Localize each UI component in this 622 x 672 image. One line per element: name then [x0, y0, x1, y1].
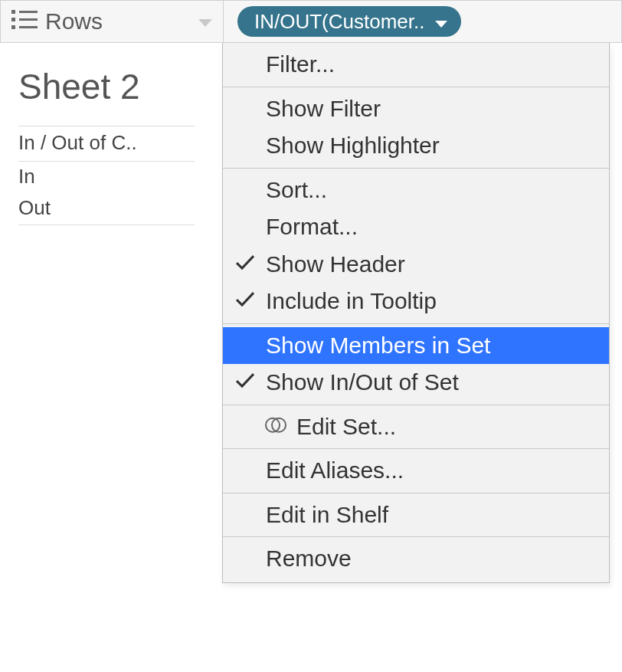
- svg-rect-4: [19, 18, 38, 21]
- data-table: In / Out of C.. In Out: [18, 126, 195, 225]
- menu-separator: [223, 448, 609, 449]
- menu-item-label: Include in Tooltip: [266, 288, 437, 313]
- table-row[interactable]: Out: [18, 193, 195, 225]
- rows-shelf-drop-area[interactable]: IN/OUT(Customer..: [224, 0, 622, 43]
- menu-separator: [223, 493, 609, 493]
- pill-caret-icon[interactable]: [435, 10, 447, 34]
- rows-shelf-caret-icon[interactable]: [198, 18, 212, 31]
- menu-separator: [223, 323, 609, 324]
- set-icon: [264, 411, 287, 443]
- table-row[interactable]: In: [18, 162, 195, 193]
- menu-item-label: Show Header: [266, 251, 405, 277]
- rows-pill[interactable]: IN/OUT(Customer..: [237, 6, 461, 37]
- table-row-label: In: [18, 165, 35, 188]
- rows-shelf-label: Rows: [45, 8, 103, 34]
- svg-marker-7: [435, 21, 447, 28]
- menu-item-show-filter[interactable]: Show Filter: [223, 90, 609, 128]
- check-icon: [235, 284, 255, 316]
- menu-item-include-tooltip[interactable]: Include in Tooltip: [223, 283, 609, 320]
- table-column-header[interactable]: In / Out of C..: [18, 126, 195, 162]
- menu-item-filter[interactable]: Filter...: [223, 46, 609, 84]
- menu-item-edit-in-shelf[interactable]: Edit in Shelf: [223, 497, 609, 534]
- menu-item-label: Edit Set...: [296, 414, 396, 439]
- menu-item-edit-set[interactable]: Edit Set...: [223, 408, 609, 446]
- menu-item-sort[interactable]: Sort...: [223, 172, 609, 209]
- menu-item-edit-aliases[interactable]: Edit Aliases...: [223, 452, 609, 490]
- rows-shelf-label-box[interactable]: Rows: [0, 0, 224, 43]
- svg-rect-0: [11, 10, 15, 14]
- svg-rect-1: [11, 18, 15, 21]
- svg-rect-5: [19, 26, 38, 28]
- menu-item-show-header[interactable]: Show Header: [223, 246, 609, 284]
- menu-item-format[interactable]: Format...: [223, 208, 609, 246]
- menu-separator: [223, 536, 609, 537]
- menu-separator: [223, 87, 609, 87]
- check-icon: [235, 366, 255, 397]
- rows-shelf: Rows IN/OUT(Customer..: [0, 0, 622, 43]
- check-icon: [235, 247, 255, 279]
- menu-item-show-members-in-set[interactable]: Show Members in Set: [223, 327, 609, 365]
- svg-rect-3: [19, 11, 38, 13]
- menu-item-show-highlighter[interactable]: Show Highlighter: [223, 127, 609, 165]
- menu-item-remove[interactable]: Remove: [223, 540, 609, 578]
- pill-context-menu: Filter... Show Filter Show Highlighter S…: [222, 43, 610, 583]
- menu-separator: [223, 168, 609, 169]
- svg-marker-6: [198, 19, 212, 27]
- menu-separator: [223, 405, 609, 405]
- menu-item-show-in-out-of-set[interactable]: Show In/Out of Set: [223, 364, 609, 402]
- rows-list-icon: [11, 8, 38, 34]
- svg-rect-2: [11, 25, 15, 29]
- rows-pill-label: IN/OUT(Customer..: [254, 10, 424, 34]
- table-row-label: Out: [18, 196, 51, 220]
- menu-item-label: Show In/Out of Set: [266, 369, 459, 395]
